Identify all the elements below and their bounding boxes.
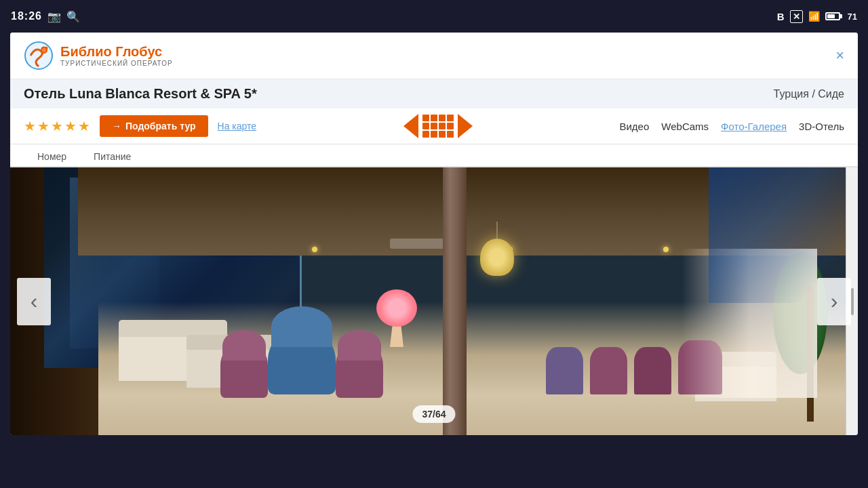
prev-arrow-button[interactable]: ‹: [17, 278, 51, 325]
brand-title: Библио Глобус: [60, 44, 173, 60]
star-2: ★: [37, 118, 50, 134]
book-tour-button[interactable]: Подобрать тур: [100, 115, 208, 137]
photo-counter: 37/64: [412, 405, 455, 423]
blue-chair-front: [268, 327, 336, 394]
tab-pitanie[interactable]: Питание: [80, 147, 144, 167]
action-bar: ★ ★ ★ ★ ★ Подобрать тур На карте: [10, 108, 858, 144]
nav-links: Видео WebCams Фото-Галерея 3D-Отель: [619, 121, 844, 132]
sim-icon: ✕: [790, 10, 803, 23]
tab-nomer[interactable]: Номер: [24, 147, 80, 167]
hanging-lamp: [477, 222, 517, 276]
status-left: 18:26 📷 🔍: [11, 10, 80, 23]
next-arrow-icon: ›: [831, 289, 838, 314]
star-3: ★: [51, 118, 63, 134]
battery-indicator: [825, 12, 842, 20]
brand-bar: Библио Глобус ТУРИСТИЧЕСКИЙ ОПЕРАТОР ×: [10, 33, 858, 79]
gallery-prev-center-icon[interactable]: [403, 114, 418, 138]
star-5: ★: [78, 118, 90, 134]
star-1: ★: [24, 118, 36, 134]
center-pillar: [443, 167, 467, 435]
brand-tagline: ТУРИСТИЧЕСКИЙ ОПЕРАТОР: [60, 60, 173, 67]
hotel3d-link[interactable]: 3D-Отель: [799, 121, 844, 132]
map-link[interactable]: На карте: [218, 121, 257, 131]
close-button[interactable]: ×: [835, 48, 844, 63]
grid-gallery-icon[interactable]: [422, 115, 454, 138]
counter-text: 37/64: [422, 409, 446, 420]
purple-chair-left: [220, 344, 268, 398]
gallery-link[interactable]: Фото-Галерея: [721, 121, 787, 132]
svg-point-2: [42, 48, 46, 52]
action-left: ★ ★ ★ ★ ★ Подобрать тур На карте: [24, 115, 256, 137]
bluetooth-icon: B: [777, 11, 785, 22]
hotel-location: Турция / Сиде: [774, 88, 844, 100]
video-link[interactable]: Видео: [619, 121, 649, 132]
battery-percent: 71: [848, 12, 857, 22]
hotel-title: Отель Luna Blanca Resort & SPA 5*: [24, 86, 257, 102]
main-card: Библио Глобус ТУРИСТИЧЕСКИЙ ОПЕРАТОР × О…: [10, 33, 858, 435]
time-display: 18:26: [11, 10, 42, 22]
purple-chair-right: [336, 344, 383, 398]
brand-logo: Библио Глобус ТУРИСТИЧЕСКИЙ ОПЕРАТОР: [24, 41, 173, 70]
search-icon[interactable]: 🔍: [66, 10, 80, 23]
hotel-photo-scene: ‹ › 37/64: [10, 167, 858, 435]
logo-svg: [24, 41, 54, 70]
prev-arrow-icon: ‹: [31, 289, 38, 314]
gallery-next-center-icon[interactable]: [458, 114, 473, 138]
brand-name-block: Библио Глобус ТУРИСТИЧЕСКИЙ ОПЕРАТОР: [60, 44, 173, 67]
wifi-icon: 📶: [808, 11, 820, 22]
bg-chair-3: [590, 347, 627, 394]
status-right: B ✕ 📶 71: [777, 10, 857, 23]
bg-chair-4: [546, 347, 583, 394]
star-4: ★: [64, 118, 77, 134]
photo-area: ‹ › 37/64: [10, 167, 858, 435]
gallery-nav-center[interactable]: [403, 114, 473, 138]
hotel-stars: ★ ★ ★ ★ ★: [24, 118, 90, 134]
svg-point-0: [25, 42, 52, 69]
bg-chair-2: [634, 347, 671, 394]
hotel-info-bar: Отель Luna Blanca Resort & SPA 5* Турция…: [10, 79, 858, 108]
next-arrow-button[interactable]: ›: [817, 278, 851, 325]
status-bar: 18:26 📷 🔍 B ✕ 📶 71: [0, 0, 868, 33]
camera-icon: 📷: [47, 10, 61, 23]
sub-nav: Номер Питание: [10, 144, 858, 167]
webcams-link[interactable]: WebCams: [661, 121, 709, 132]
flower-arrangement: [376, 293, 417, 347]
